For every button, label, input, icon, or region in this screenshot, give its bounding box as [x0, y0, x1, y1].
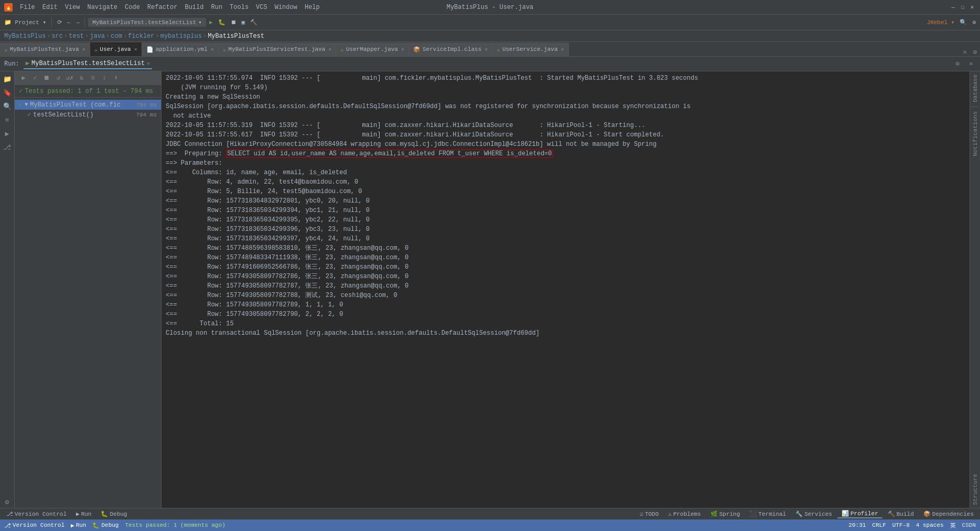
- run-filter-button[interactable]: ≡: [88, 73, 98, 83]
- tab-application-yml[interactable]: 📄 application.yml ✕: [142, 43, 219, 56]
- status-encoding[interactable]: UTF-8: [892, 522, 910, 528]
- search-icon[interactable]: 🔍: [2, 101, 13, 112]
- run-settings-button[interactable]: ⚙: [953, 59, 962, 69]
- tab-more-button[interactable]: »: [960, 49, 970, 56]
- menu-navigate[interactable]: Navigate: [84, 3, 121, 12]
- close-tab-2[interactable]: ✕: [211, 46, 214, 52]
- jrebel-button[interactable]: JRebel ▾: [925, 18, 957, 27]
- breadcrumb-com[interactable]: com: [111, 33, 122, 40]
- bottom-tab-debug[interactable]: 🐛 Debug: [96, 510, 131, 518]
- debug-button[interactable]: 🐛: [216, 18, 228, 27]
- sync-button[interactable]: ⟳: [55, 18, 64, 27]
- menu-build[interactable]: Build: [181, 3, 207, 12]
- run-all-button[interactable]: ▶: [19, 73, 28, 83]
- menu-view[interactable]: View: [62, 3, 83, 12]
- close-tab-1[interactable]: ✕: [134, 46, 137, 52]
- coverage-button[interactable]: ▣: [240, 18, 247, 27]
- bottom-tab-services[interactable]: 🔧 Services: [791, 510, 836, 518]
- run-import-button[interactable]: ⬇: [111, 73, 121, 83]
- settings-icon[interactable]: ⚙: [2, 496, 13, 508]
- notifications-panel-button[interactable]: Notifications: [971, 108, 979, 160]
- bottom-tab-spring[interactable]: 🌿 Spring: [706, 510, 745, 518]
- run-stop-button[interactable]: ⏹: [42, 73, 51, 83]
- breadcrumb-mybatisplus[interactable]: MyBatisPlus: [4, 33, 46, 40]
- bookmark-icon[interactable]: 🔖: [2, 87, 13, 99]
- structure-panel-button[interactable]: Structure: [971, 471, 979, 508]
- close-run-tab-icon[interactable]: ✕: [147, 60, 150, 67]
- status-right: 20:31 CRLF UTF-8 4 spaces 英 CSDN: [848, 522, 976, 529]
- bottom-tab-build[interactable]: 🔨 Build: [884, 510, 918, 518]
- menu-file[interactable]: File: [17, 3, 38, 12]
- bottom-tab-problems[interactable]: ⚠ Problems: [664, 510, 705, 518]
- bottom-tab-run[interactable]: ▶ Run: [72, 510, 95, 518]
- tab-iservicetest[interactable]: ☕ MyBatisPlusIServiceTest.java ✕: [219, 43, 337, 56]
- status-line-ending[interactable]: CRLF: [872, 522, 886, 528]
- tab-settings-button[interactable]: ⚙: [970, 48, 980, 56]
- tab-mybatisplustest[interactable]: ☕ MyBatisPlusTest.java ✕: [0, 43, 90, 56]
- console-output[interactable]: 2022-10-05 11:57:55.074 INFO 15392 --- […: [161, 71, 970, 508]
- bottom-tab-vcs[interactable]: ⎇ Version Control: [2, 510, 71, 518]
- run-button[interactable]: ▶: [207, 18, 215, 27]
- menu-window[interactable]: Window: [272, 3, 300, 12]
- close-tab-0[interactable]: ✕: [82, 46, 85, 52]
- run-rerun-button[interactable]: ↺: [53, 73, 63, 83]
- run-sort-button[interactable]: ⇅: [77, 73, 86, 83]
- close-tab-5[interactable]: ✕: [484, 46, 488, 52]
- tab-userservice[interactable]: ☕ UserService.java ✕: [492, 43, 568, 56]
- project-view-button[interactable]: 📁 Project ▾: [2, 18, 48, 27]
- stop-button[interactable]: ⏹: [229, 18, 239, 27]
- breadcrumb-test[interactable]: test: [69, 33, 84, 40]
- bottom-tab-dependencies[interactable]: 📦 Dependencies: [919, 510, 978, 518]
- close-button[interactable]: ✕: [968, 4, 976, 11]
- run-label: Run:: [4, 60, 19, 68]
- status-run[interactable]: ▶ Run: [71, 522, 86, 529]
- status-indent[interactable]: 4 spaces: [916, 522, 944, 528]
- bottom-tab-todo[interactable]: ☑ TODO: [636, 510, 663, 518]
- menu-refactor[interactable]: Refactor: [144, 3, 181, 12]
- menu-tools[interactable]: Tools: [227, 3, 252, 12]
- status-vcs[interactable]: ⎇ Version Control: [4, 522, 64, 529]
- build-button[interactable]: 🔨: [248, 18, 260, 27]
- run-rerun-failed-button[interactable]: ↺✗: [65, 73, 74, 83]
- status-lang[interactable]: 英: [950, 522, 956, 529]
- breadcrumb-fickler[interactable]: fickler: [128, 33, 154, 40]
- tree-item-mybatisplustest[interactable]: ✓ ▼ MyBatisPlusTest (com.fic 794 ms: [15, 100, 161, 110]
- menu-code[interactable]: Code: [122, 3, 143, 12]
- breadcrumb-src[interactable]: src: [51, 33, 63, 40]
- run-close-button[interactable]: ✕: [966, 59, 976, 69]
- close-tab-4[interactable]: ✕: [401, 46, 404, 52]
- settings-button[interactable]: ⚙: [970, 18, 978, 27]
- nav-back-button[interactable]: ←: [65, 18, 73, 27]
- tab-serviceimpl[interactable]: 📦 ServiceImpl.class ✕: [409, 43, 492, 56]
- project-icon[interactable]: 📁: [2, 73, 13, 85]
- tab-usermapper[interactable]: ☕ UserMapper.java ✕: [336, 43, 409, 56]
- maximize-button[interactable]: ☐: [959, 4, 966, 11]
- menu-edit[interactable]: Edit: [39, 3, 61, 12]
- run-expand-button[interactable]: ↕: [100, 73, 109, 83]
- tab-user[interactable]: ☕ User.java ✕: [90, 43, 142, 56]
- database-panel-button[interactable]: Database: [971, 71, 979, 105]
- close-tab-6[interactable]: ✕: [561, 46, 564, 52]
- breadcrumb-test-class[interactable]: MyBatisPlusTest: [208, 33, 264, 40]
- bottom-tab-profiler[interactable]: 📊 Profiler: [837, 509, 882, 518]
- breadcrumb-mybatisplus-pkg[interactable]: mybatisplus: [160, 33, 202, 40]
- git-icon[interactable]: ⎇: [2, 142, 13, 153]
- menu-vcs[interactable]: VCS: [253, 3, 271, 12]
- close-tab-3[interactable]: ✕: [328, 46, 331, 52]
- menu-run[interactable]: Run: [208, 3, 225, 12]
- run-tab-testSelectList[interactable]: ▶ MyBatisPlusTest.testSelectList ✕: [24, 58, 152, 69]
- bottom-tab-spring-label: Spring: [719, 511, 740, 517]
- run-config-selector[interactable]: MyBatisPlusTest.testSelectList ▾: [88, 18, 206, 27]
- status-debug[interactable]: 🐛 Debug: [92, 522, 119, 529]
- breadcrumb-java[interactable]: java: [90, 33, 105, 40]
- minimize-button[interactable]: —: [950, 4, 957, 11]
- run-check-button[interactable]: ✓: [30, 73, 40, 83]
- search-button[interactable]: 🔍: [957, 18, 969, 27]
- bottom-tab-terminal[interactable]: ⬛ Terminal: [745, 510, 790, 518]
- menu-help[interactable]: Help: [301, 3, 323, 12]
- console-line-27: Closing non transactional SqlSession [or…: [166, 328, 965, 338]
- tree-item-testselectlist[interactable]: ✓ testSelectList() 794 ms: [15, 110, 161, 120]
- nav-forward-button[interactable]: →: [74, 18, 82, 27]
- structure-icon[interactable]: ≡: [2, 114, 13, 126]
- run-icon[interactable]: ▶: [2, 128, 13, 140]
